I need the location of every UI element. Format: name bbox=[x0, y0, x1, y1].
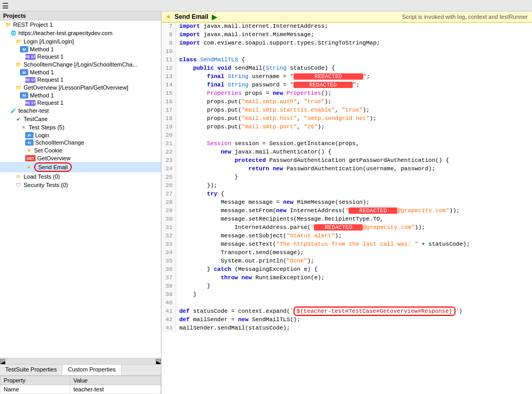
tree-item-method1c[interactable]: M Method 1 bbox=[0, 92, 161, 99]
tree-label: GetOverview bbox=[37, 155, 71, 161]
code-line-35: 35 System.out.println("Done"); bbox=[161, 257, 532, 266]
line-num: 25 bbox=[161, 173, 176, 182]
code-line-10: 10 bbox=[161, 48, 532, 56]
line-num: 21 bbox=[161, 140, 176, 148]
code-line-11: 11 class SendMailTLS { bbox=[161, 56, 532, 64]
line-num: 10 bbox=[161, 48, 176, 56]
line-content: class SendMailTLS { bbox=[176, 56, 245, 64]
run-button[interactable]: ▶ bbox=[212, 13, 218, 21]
line-content: import javax.mail.internet.InternetAddre… bbox=[176, 23, 328, 31]
scroll-right-btn[interactable]: ▶ bbox=[156, 359, 161, 364]
top-toolbar: ☰ bbox=[0, 0, 532, 12]
hamburger-icon[interactable]: ☰ bbox=[2, 2, 9, 10]
check-icon: ✔ bbox=[15, 115, 22, 123]
tree-item-setcookie[interactable]: ★ Set Cookie bbox=[0, 146, 161, 155]
line-num: 12 bbox=[161, 64, 176, 73]
projects-header: Projects bbox=[0, 12, 161, 20]
tree-item-send-email[interactable]: ★ Send Email bbox=[0, 162, 161, 172]
rest-icon: RE ST bbox=[25, 100, 36, 106]
line-num: 18 bbox=[161, 115, 176, 123]
tree-item-method1b[interactable]: M Method 1 bbox=[0, 69, 161, 76]
tree-label: Load Tests (0) bbox=[24, 173, 60, 180]
send-email-icon: ★ bbox=[25, 163, 32, 171]
code-line-19: 19 props.put("mail.smtp.port", "25"); bbox=[161, 123, 532, 132]
line-content: import javax.mail.internet.MimeMessage; bbox=[176, 31, 314, 39]
tab-custom-properties[interactable]: Custom Properties bbox=[62, 365, 121, 375]
col-property: Property bbox=[1, 376, 70, 385]
tree-container[interactable]: 📁 REST Project 1 🌐 https://teacher-test.… bbox=[0, 20, 161, 358]
line-content: message.setFrom(new InternetAddress("RED… bbox=[176, 207, 460, 215]
horizontal-scrollbar[interactable]: ◀ ▶ bbox=[0, 358, 161, 364]
tree-label: REST Project 1 bbox=[13, 21, 53, 28]
line-content: return new PasswordAuthentication(userna… bbox=[176, 165, 436, 173]
tree-label: Login [/Login/Login] bbox=[24, 38, 74, 45]
tree-label: SchoolItemChange [/Login/SchoolItemCha..… bbox=[24, 61, 137, 68]
line-content: props.put("mail.smtp.port", "25"); bbox=[176, 123, 324, 132]
line-num: 17 bbox=[161, 106, 176, 115]
login-step-icon: H bbox=[25, 132, 34, 138]
scroll-left-btn[interactable]: ◀ bbox=[0, 359, 5, 364]
line-num: 16 bbox=[161, 98, 176, 106]
right-panel: ★ Send Email ▶ Script is invoked with lo… bbox=[161, 12, 532, 394]
tree-item-request1c[interactable]: RE ST Request 1 bbox=[0, 99, 161, 106]
line-num: 34 bbox=[161, 249, 176, 257]
line-num: 8 bbox=[161, 31, 176, 39]
editor-title: Send Email bbox=[175, 13, 209, 20]
tree-item-getoverview-folder[interactable]: 📁 GetOverview [/LessonPlan/GetOverview] bbox=[0, 83, 161, 92]
code-line-41: 41 def statusCode = context.expand('${te… bbox=[161, 308, 532, 316]
tree-item-schoolitem-step[interactable]: H SchoolItemChange bbox=[0, 139, 161, 146]
code-line-37: 37 throw new RuntimeException(e); bbox=[161, 274, 532, 282]
tree-item-request1b[interactable]: RE ST Request 1 bbox=[0, 76, 161, 83]
line-content: InternetAddress.parse("REDACTED@grapecit… bbox=[176, 224, 425, 232]
property-name-cell: Name bbox=[1, 385, 70, 394]
line-content: } bbox=[176, 282, 210, 291]
tree-item-url[interactable]: 🌐 https://teacher-test.grapecitydev.com bbox=[0, 29, 161, 37]
line-content: final String username = "REDACTED"; bbox=[176, 73, 370, 81]
code-line-32: 32 message.setSubject("Status alert"); bbox=[161, 232, 532, 240]
line-content: Message message = new MimeMessage(sessio… bbox=[176, 199, 370, 207]
line-num: 40 bbox=[161, 299, 176, 308]
content-area: Projects 📁 REST Project 1 🌐 https://teac… bbox=[0, 12, 532, 394]
tree-item-teacher-test[interactable]: 🧪 teacher-test bbox=[0, 106, 161, 115]
code-line-15: 15 Properties props = new Properties(); bbox=[161, 90, 532, 98]
tree-item-method1[interactable]: M Method 1 bbox=[0, 46, 161, 53]
tree-item-loadtests[interactable]: ⟳ Load Tests (0) bbox=[0, 172, 161, 181]
code-area[interactable]: 7 import javax.mail.internet.InternetAdd… bbox=[161, 23, 532, 394]
tree-item-rest-project[interactable]: 📁 REST Project 1 bbox=[0, 20, 161, 29]
col-value: Value bbox=[70, 376, 160, 385]
line-content bbox=[176, 299, 179, 308]
line-content: new javax.mail.Authenticator() { bbox=[176, 148, 331, 157]
tree-label: GetOverview [/LessonPlan/GetOverview] bbox=[24, 84, 128, 91]
tree-item-login-step[interactable]: H Login bbox=[0, 132, 161, 139]
code-line-14: 14 final String password = "REDACTED"; bbox=[161, 81, 532, 90]
line-content: protected PasswordAuthentication getPass… bbox=[176, 157, 449, 165]
line-content: props.put("mail.smtp.starttls.enable", "… bbox=[176, 106, 370, 115]
code-line-39: 39 } bbox=[161, 291, 532, 299]
line-content: props.put("mail.smtp.auth", "true"); bbox=[176, 98, 331, 106]
code-line-9: 9 import com.eviware.soapui.support.type… bbox=[161, 39, 532, 48]
line-content: message.setRecipients(Message.RecipientT… bbox=[176, 215, 383, 224]
tree-label: Method 1 bbox=[30, 69, 54, 75]
line-num: 24 bbox=[161, 165, 176, 173]
tree-item-request1[interactable]: RE ST Request 1 bbox=[0, 53, 161, 60]
tree-item-schoolitem-folder[interactable]: 📁 SchoolItemChange [/Login/SchoolItemCha… bbox=[0, 60, 161, 69]
property-table: Property Value Name teacher-test bbox=[0, 376, 161, 394]
line-content: System.out.println("Done"); bbox=[176, 257, 314, 266]
tab-testsuite-properties[interactable]: TestSuite Properties bbox=[0, 365, 62, 375]
line-num: 15 bbox=[161, 90, 176, 98]
property-value-cell: teacher-test bbox=[70, 385, 160, 394]
load-icon: ⟳ bbox=[15, 173, 22, 180]
tree-item-testcase[interactable]: ✔ TestCase bbox=[0, 115, 161, 123]
code-line-25: 25 } bbox=[161, 173, 532, 182]
tree-item-getoverview-step[interactable]: GET GetOverview bbox=[0, 155, 161, 162]
editor-star-icon: ★ bbox=[166, 13, 171, 20]
tree-item-login-folder[interactable]: 📁 Login [/Login/Login] bbox=[0, 37, 161, 46]
line-content: def statusCode = context.expand('${teach… bbox=[176, 308, 462, 316]
code-line-22: 22 new javax.mail.Authenticator() { bbox=[161, 148, 532, 157]
tree-label: Method 1 bbox=[30, 46, 54, 52]
code-line-21: 21 Session session = Session.getInstance… bbox=[161, 140, 532, 148]
method-icon: M bbox=[20, 46, 28, 52]
tree-item-securitytests[interactable]: 🛡 Security Tests (0) bbox=[0, 181, 161, 189]
code-line-7: 7 import javax.mail.internet.InternetAdd… bbox=[161, 23, 532, 31]
tree-item-teststeps[interactable]: ≡ Test Steps (5) bbox=[0, 123, 161, 132]
